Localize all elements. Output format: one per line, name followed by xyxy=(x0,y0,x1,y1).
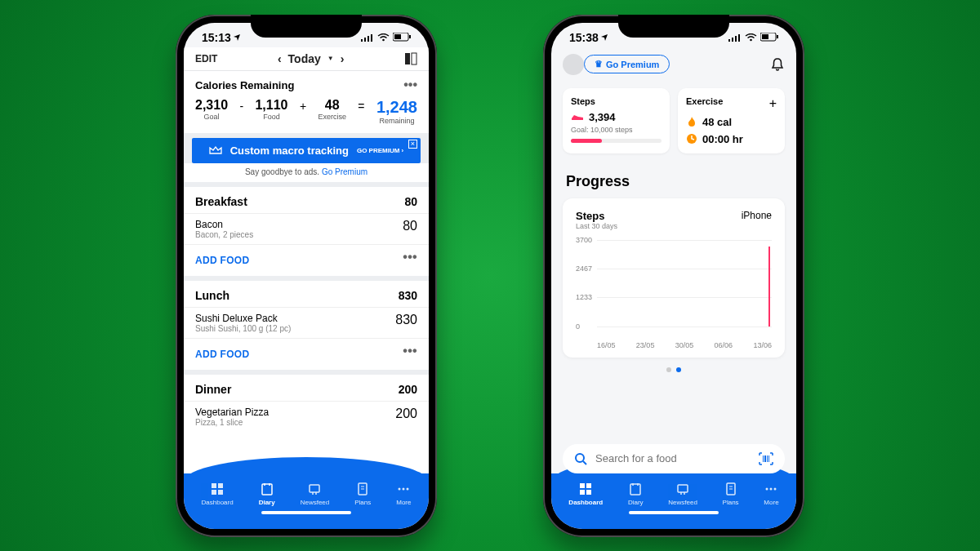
edit-button[interactable]: EDIT xyxy=(195,53,217,64)
diary-toolbar: EDIT ‹ Today ▼ › xyxy=(184,47,429,70)
nav-diary[interactable]: Diary xyxy=(259,482,275,506)
signal-icon xyxy=(728,33,742,42)
home-indicator[interactable] xyxy=(261,511,351,514)
svg-rect-38 xyxy=(764,455,766,462)
svg-point-23 xyxy=(399,487,401,490)
dashboard-icon xyxy=(578,482,593,496)
svg-point-30 xyxy=(750,38,752,41)
page-dot[interactable] xyxy=(666,367,671,372)
nav-plans[interactable]: Plans xyxy=(723,482,739,506)
search-icon xyxy=(574,452,587,465)
nav-newsfeed[interactable]: Newsfeed xyxy=(301,482,330,506)
meal-total: 830 xyxy=(399,289,417,302)
more-icon[interactable]: ••• xyxy=(403,349,417,360)
more-icon[interactable]: ••• xyxy=(403,82,417,87)
svg-point-4 xyxy=(382,38,385,41)
ad-cta[interactable]: GO PREMIUM › xyxy=(357,147,403,154)
go-premium-link[interactable]: Go Premium xyxy=(322,167,368,176)
bell-icon[interactable] xyxy=(770,57,785,72)
plus-icon[interactable]: + xyxy=(769,96,777,111)
steps-progress-bar xyxy=(571,139,662,143)
chevron-right-icon[interactable]: › xyxy=(341,52,345,65)
search-input[interactable] xyxy=(595,452,751,464)
date-label: Today xyxy=(288,52,321,65)
svg-rect-32 xyxy=(762,34,768,39)
svg-rect-33 xyxy=(777,35,778,38)
exercise-card[interactable]: Exercise+ 48 cal 00:00 hr xyxy=(678,88,785,153)
svg-rect-40 xyxy=(768,455,769,462)
add-food-button[interactable]: ADD FOOD xyxy=(195,349,249,360)
newsfeed-icon xyxy=(675,482,690,496)
chevron-left-icon[interactable]: ‹ xyxy=(278,52,282,65)
ad-subtitle: Say goodbye to ads. Go Premium xyxy=(184,163,429,182)
barcode-icon[interactable] xyxy=(759,452,773,465)
svg-point-56 xyxy=(774,487,777,490)
nav-diary[interactable]: Diary xyxy=(628,482,644,506)
svg-rect-28 xyxy=(735,36,737,42)
date-picker[interactable]: ‹ Today ▼ › xyxy=(278,52,344,65)
dropdown-icon[interactable]: ▼ xyxy=(327,55,334,62)
nav-dashboard[interactable]: Dashboard xyxy=(568,482,603,506)
newsfeed-icon xyxy=(307,482,322,496)
nav-plans[interactable]: Plans xyxy=(354,482,371,506)
diary-icon xyxy=(260,482,274,496)
svg-rect-45 xyxy=(630,484,640,495)
add-food-button[interactable]: ADD FOOD xyxy=(195,255,249,266)
meals-list: Breakfast80BaconBacon, 2 pieces80ADD FOO… xyxy=(184,182,429,473)
calories-title: Calories Remaining xyxy=(195,79,294,91)
svg-rect-1 xyxy=(364,38,366,42)
pager-dots[interactable] xyxy=(551,358,796,382)
location-icon xyxy=(600,33,608,42)
food-item[interactable]: BaconBacon, 2 pieces80 xyxy=(184,213,429,244)
home-indicator[interactable] xyxy=(629,511,719,514)
nav-more[interactable]: More xyxy=(396,482,411,506)
phone-right: 15:38 ♛ Go Premium Steps 3, xyxy=(543,15,804,537)
premium-ad-banner[interactable]: Custom macro tracking GO PREMIUM › × xyxy=(192,138,421,163)
nav-dashboard[interactable]: Dashboard xyxy=(202,482,234,506)
svg-rect-29 xyxy=(738,34,740,42)
steps-chart-card[interactable]: Steps Last 30 days iPhone 0123324673700 … xyxy=(563,198,785,358)
svg-rect-6 xyxy=(394,34,401,39)
svg-rect-14 xyxy=(262,484,272,495)
dashboard-header: ♛ Go Premium xyxy=(551,47,796,82)
status-time: 15:38 xyxy=(569,31,599,44)
svg-rect-43 xyxy=(580,490,585,495)
screen-dashboard: 15:38 ♛ Go Premium Steps 3, xyxy=(551,23,796,529)
nutrition-icon[interactable] xyxy=(404,52,417,65)
more-icon[interactable]: ••• xyxy=(403,255,417,266)
notch xyxy=(618,15,729,38)
food-item[interactable]: Vegetarian PizzaPizza, 1 slice200 xyxy=(184,401,429,432)
steps-value: 3,394 xyxy=(589,111,616,123)
svg-rect-7 xyxy=(409,35,411,38)
svg-rect-8 xyxy=(405,53,410,64)
avatar[interactable] xyxy=(563,54,584,75)
phone-left: 15:13 EDIT ‹ Today ▼ › xyxy=(176,15,437,537)
svg-point-35 xyxy=(576,454,584,462)
exercise-cal: 48 cal xyxy=(702,116,732,128)
diary-icon xyxy=(628,482,643,496)
bottom-nav: DashboardDiaryNewsfeedPlansMore xyxy=(184,473,429,529)
close-icon[interactable]: × xyxy=(408,140,417,149)
page-dot-active[interactable] xyxy=(676,367,681,372)
nav-more[interactable]: More xyxy=(764,482,778,506)
plans-icon xyxy=(355,482,370,496)
clock-icon xyxy=(686,133,697,144)
svg-rect-10 xyxy=(212,483,216,488)
food-search[interactable] xyxy=(563,444,785,473)
steps-chart: 0123324673700 xyxy=(576,240,772,338)
svg-point-25 xyxy=(407,487,409,490)
svg-point-54 xyxy=(766,487,768,490)
goal-value: 2,310 xyxy=(195,98,228,113)
bottom-nav: DashboardDiaryNewsfeedPlansMore xyxy=(551,473,796,529)
steps-card[interactable]: Steps 3,394 Goal: 10,000 steps xyxy=(563,88,670,153)
dashboard-icon xyxy=(210,482,225,496)
nav-newsfeed[interactable]: Newsfeed xyxy=(668,482,697,506)
food-value: 1,110 xyxy=(255,98,287,113)
calories-card: Calories Remaining ••• 2,310Goal - 1,110… xyxy=(184,71,429,133)
meal-name: Breakfast xyxy=(195,195,247,208)
exercise-value: 48 xyxy=(318,98,346,113)
screen-diary: 15:13 EDIT ‹ Today ▼ › xyxy=(184,23,429,529)
food-item[interactable]: Sushi Deluxe PackSushi Sushi, 100 g (12 … xyxy=(184,307,429,338)
go-premium-button[interactable]: ♛ Go Premium xyxy=(584,55,670,73)
svg-point-24 xyxy=(403,487,405,490)
